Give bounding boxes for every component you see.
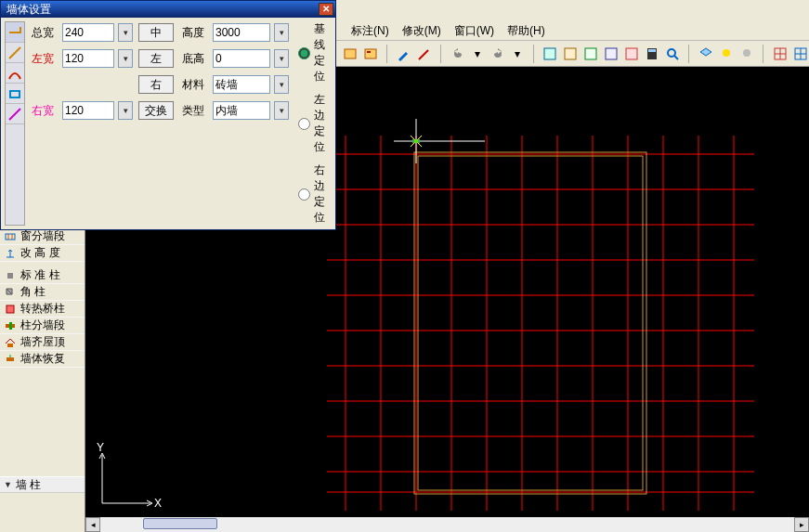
shape-rect-icon[interactable] — [6, 22, 24, 43]
svg-rect-22 — [6, 234, 15, 240]
width-right-dropdown[interactable] — [118, 101, 133, 120]
dialog-title-text: 墙体设置 — [7, 1, 51, 18]
base-dropdown[interactable] — [274, 49, 289, 68]
base-input[interactable] — [213, 49, 270, 68]
material-dropdown[interactable] — [274, 75, 289, 94]
side-corner-col[interactable]: 角 柱 — [0, 284, 85, 301]
svg-rect-1 — [345, 49, 356, 58]
shape-mode-icons — [5, 21, 25, 226]
type-input[interactable] — [213, 101, 270, 120]
panel5-icon[interactable] — [623, 45, 640, 63]
svg-text:Y: Y — [97, 441, 104, 454]
svg-point-13 — [743, 49, 750, 57]
svg-rect-10 — [648, 49, 656, 52]
material-label: 材料 — [177, 77, 209, 93]
height-input[interactable] — [213, 23, 270, 42]
side-change-h[interactable]: 改 高 度 — [0, 245, 85, 262]
height-dropdown[interactable] — [274, 23, 289, 42]
left-button[interactable]: 左 — [138, 49, 174, 68]
svg-text:X: X — [154, 497, 162, 510]
search-icon[interactable] — [664, 45, 681, 63]
svg-rect-6 — [585, 48, 596, 59]
radio-right[interactable]: 右边定位 — [298, 162, 332, 226]
grid-blue-icon[interactable] — [792, 45, 809, 63]
calc-icon[interactable] — [644, 45, 660, 63]
shape-line-icon[interactable] — [6, 104, 24, 124]
svg-rect-5 — [565, 48, 576, 59]
side-std-col[interactable]: 标 准 柱 — [0, 267, 85, 284]
side-wall-roof[interactable]: 墙齐屋顶 — [0, 334, 85, 351]
side-footer-wall[interactable]: ▼墙 柱 — [0, 476, 85, 493]
layers-icon[interactable] — [698, 45, 714, 63]
panel1-icon[interactable] — [542, 45, 558, 63]
radio-base[interactable]: 基线定位 — [298, 21, 332, 84]
width-left-input[interactable] — [62, 49, 114, 68]
pencil-red-icon[interactable] — [416, 45, 433, 63]
book-icon[interactable] — [342, 45, 359, 63]
toolbar: ▾ ▾ — [336, 41, 809, 67]
type-label: 类型 — [177, 103, 209, 119]
redo-icon[interactable] — [489, 45, 506, 63]
svg-rect-8 — [626, 48, 637, 59]
svg-rect-28 — [7, 344, 13, 347]
type-dropdown[interactable] — [274, 101, 289, 120]
svg-rect-25 — [6, 324, 9, 328]
panel4-icon[interactable] — [603, 45, 620, 63]
wall-fields: 总宽 中 高度 左宽 左 底高 右 材料 右宽 交换 类型 — [27, 21, 291, 226]
positioning-radios: 基线定位 左边定位 右边定位 — [293, 21, 332, 226]
swap-button[interactable]: 交换 — [138, 101, 174, 120]
panel3-icon[interactable] — [582, 45, 599, 63]
menu-window[interactable]: 窗口(W) — [454, 23, 494, 39]
width-right-input[interactable] — [62, 101, 114, 120]
grid-red-icon[interactable] — [772, 45, 789, 63]
side-wall-restore[interactable]: 墙体恢复 — [0, 351, 85, 368]
side-win-seg[interactable]: 窗分墙段 — [0, 228, 85, 245]
bulb-off-icon[interactable] — [738, 45, 755, 63]
redo-drop-icon[interactable]: ▾ — [510, 45, 526, 63]
scroll-right-icon[interactable]: ▸ — [794, 517, 809, 532]
scroll-left-icon[interactable]: ◂ — [85, 517, 100, 532]
panel2-icon[interactable] — [562, 45, 579, 63]
svg-rect-53 — [414, 152, 646, 494]
right-button[interactable]: 右 — [138, 75, 174, 94]
width-total-dropdown[interactable] — [118, 23, 133, 42]
svg-rect-27 — [12, 324, 15, 328]
book2-icon[interactable] — [362, 45, 379, 63]
svg-rect-24 — [7, 305, 14, 313]
shape-diag-icon[interactable] — [6, 43, 24, 63]
radio-left[interactable]: 左边定位 — [298, 92, 332, 155]
svg-point-12 — [723, 49, 730, 57]
height-label: 高度 — [177, 25, 209, 41]
svg-rect-29 — [7, 357, 14, 361]
undo-drop-icon[interactable]: ▾ — [470, 45, 486, 63]
side-col-seg[interactable]: 柱分墙段 — [0, 318, 85, 334]
menu-bar: 标注(N) 修改(M) 窗口(W) 帮助(H) — [336, 22, 809, 41]
svg-rect-2 — [365, 49, 376, 58]
scroll-thumb[interactable] — [143, 518, 217, 529]
width-total-input[interactable] — [62, 23, 114, 42]
close-icon[interactable]: ✕ — [319, 3, 333, 16]
menu-modify[interactable]: 修改(M) — [402, 23, 441, 39]
background-strip-right — [336, 0, 809, 22]
svg-rect-23 — [7, 273, 13, 279]
svg-point-11 — [668, 49, 675, 57]
shape-arc-icon[interactable] — [6, 63, 24, 84]
bulb-on-icon[interactable] — [718, 45, 735, 63]
svg-rect-26 — [9, 322, 12, 330]
menu-annotate[interactable]: 标注(N) — [351, 23, 389, 39]
material-input[interactable] — [213, 75, 270, 94]
dialog-title-bar[interactable]: 墙体设置 ✕ — [1, 1, 335, 18]
wall-settings-dialog: 墙体设置 ✕ 总宽 中 高度 左宽 左 底高 右 材料 — [0, 0, 336, 230]
center-button[interactable]: 中 — [138, 23, 174, 42]
shape-box-icon[interactable] — [6, 84, 24, 104]
width-left-label: 左宽 — [27, 51, 59, 67]
svg-rect-0 — [10, 91, 20, 97]
svg-rect-4 — [544, 48, 555, 59]
width-left-dropdown[interactable] — [118, 49, 133, 68]
scroll-track[interactable] — [100, 517, 794, 532]
side-thermal-col[interactable]: 转热桥柱 — [0, 301, 85, 318]
menu-help[interactable]: 帮助(H) — [507, 23, 545, 39]
horizontal-scrollbar[interactable]: ◂ ▸ — [85, 517, 809, 532]
brush-icon[interactable] — [396, 45, 412, 63]
undo-icon[interactable] — [450, 45, 466, 63]
